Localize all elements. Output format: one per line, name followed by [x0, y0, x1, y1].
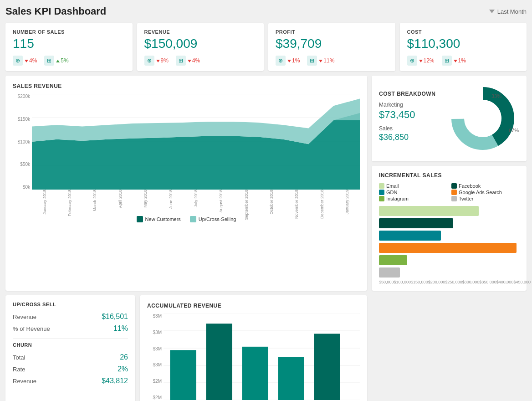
churn-title: CHURN	[13, 342, 128, 348]
sales-revenue-legend: New Customers Up/Cross-Selling	[13, 216, 360, 222]
x-label-jan18: January 2018	[42, 190, 47, 215]
incremental-legend: Email Facebook GDN Google Ads Search Ins…	[379, 183, 519, 201]
bar-chart-svg	[164, 314, 360, 400]
filter-label: Last Month	[497, 8, 527, 15]
accumulated-revenue-card: ACCUMULATED REVENUE $3M $3M $3M $3M $2M …	[140, 295, 367, 401]
bar-prev-revenue	[170, 350, 196, 400]
marketing-value: $73,450	[379, 109, 446, 121]
churn-rev-row: Revenue $43,812	[13, 375, 128, 387]
y-label-50k: $50k	[13, 162, 30, 167]
divider	[13, 338, 128, 339]
kpi-card-sales: NUMBER OF SALES 115 ⊕ 4% ⊞ 5%	[5, 23, 133, 71]
legend-email: Email	[379, 183, 447, 189]
churn-total-label: Total	[13, 354, 25, 361]
legend-label-upcross: Up/Cross-Selling	[199, 216, 236, 222]
x-label-nov18: November 2018	[294, 190, 299, 219]
legend-color-new	[137, 216, 143, 222]
target-icon-0: ⊕	[13, 56, 23, 66]
chevron-down-icon	[489, 10, 495, 13]
incremental-title: INCREMENTAL SALES	[379, 172, 519, 179]
kpi-label-2: PROFIT	[276, 29, 388, 35]
kpi-label-3: COST	[407, 29, 520, 35]
kpi-row: NUMBER OF SALES 115 ⊕ 4% ⊞ 5% REVENUE $1…	[5, 23, 527, 71]
kpi-label-1: REVENUE	[144, 29, 257, 35]
bar-current-revenue	[314, 334, 340, 400]
churn-total-row: Total 26	[13, 351, 128, 363]
cost-breakdown-card: COST BREAKDOWN Marketing $73,450 Sales $…	[372, 76, 527, 161]
main-row: SALES REVENUE $200k $150k $100k $50k $0k	[5, 76, 527, 291]
tri-down-icon	[319, 60, 322, 62]
y-label-200k: $200k	[13, 94, 30, 99]
x-label-may18: May 2018	[143, 190, 148, 208]
donut-label-33: 33%	[491, 93, 501, 99]
tri-down-icon	[25, 60, 28, 62]
pct-revenue-value: 11%	[113, 324, 128, 333]
x-label-jan19: January 2019	[345, 190, 349, 215]
bar-lost-revenue	[278, 357, 304, 400]
kpi-metric-prev-0: ⊞ 5%	[44, 56, 68, 66]
horizontal-bar-chart: $50,000 $100,000 $150,000 $200,000 $250,…	[379, 206, 519, 284]
calendar-icon-2: ⊞	[307, 56, 317, 66]
kpi-metric-target-1: ⊕ 9%	[144, 56, 169, 66]
donut-chart: 33% 67%	[446, 82, 519, 155]
y-label-150k: $150k	[13, 117, 30, 122]
kpi-card-cost: COST $110,300 ⊕ 12% ⊞ 1%	[400, 23, 527, 71]
kpi-value-3: $110,300	[407, 36, 520, 51]
calendar-icon-0: ⊞	[44, 56, 54, 66]
upcross-title: UP/CROSS SELL	[13, 302, 128, 307]
sales-revenue-card: SALES REVENUE $200k $150k $100k $50k $0k	[5, 76, 367, 291]
sales-cost-value: $36,850	[379, 133, 446, 142]
marketing-label: Marketing	[379, 102, 446, 108]
bar-instagram	[379, 255, 519, 265]
kpi-card-revenue: REVENUE $150,009 ⊕ 9% ⊞ 4%	[137, 23, 264, 71]
incremental-sales-card: INCREMENTAL SALES Email Facebook GDN Goo…	[372, 166, 527, 291]
target-icon-1: ⊕	[144, 56, 154, 66]
revenue-label: Revenue	[13, 314, 36, 320]
pct-revenue-row: % of Revenue 11%	[13, 323, 128, 334]
upcross-churn-card: UP/CROSS SELL Revenue $16,501 % of Reven…	[5, 295, 135, 401]
kpi-value-0: 115	[13, 36, 125, 51]
x-label-jul18: July 2018	[194, 190, 198, 207]
kpi-metric-target-0: ⊕ 4%	[13, 56, 37, 66]
kpi-metric-target-3: ⊕ 12%	[407, 56, 435, 66]
legend-facebook: Facebook	[451, 183, 519, 189]
kpi-metrics-3: ⊕ 12% ⊞ 1%	[407, 56, 520, 66]
bottom-row: UP/CROSS SELL Revenue $16,501 % of Reven…	[5, 295, 527, 401]
churn-total-value: 26	[120, 353, 128, 361]
filter-button[interactable]: Last Month	[489, 8, 527, 15]
sales-label: Sales	[379, 125, 446, 132]
tri-down-icon	[419, 60, 423, 62]
x-label-aug18: August 2018	[219, 190, 223, 213]
legend-upcross: Up/Cross-Selling	[190, 216, 236, 222]
bar-email	[379, 206, 519, 216]
legend-color-upcross	[190, 216, 196, 222]
kpi-value-2: $39,709	[276, 36, 388, 51]
churn-rev-value: $43,812	[102, 377, 128, 385]
pct-revenue-label: % of Revenue	[13, 325, 50, 332]
bar-facebook	[379, 218, 519, 228]
y-label-100k: $100k	[13, 139, 30, 144]
target-icon-2: ⊕	[276, 56, 286, 66]
y-label-0k: $0k	[13, 185, 30, 190]
x-label-sep18: September 2018	[244, 190, 249, 220]
kpi-metric-prev-2: ⊞ 11%	[307, 56, 334, 66]
legend-gdn: GDN	[379, 190, 447, 195]
tri-down-icon	[188, 60, 191, 62]
legend-twitter: Twitter	[451, 196, 519, 201]
page-title: Sales KPI Dashboard	[5, 5, 106, 17]
legend-new-customers: New Customers	[137, 216, 181, 222]
kpi-label-0: NUMBER OF SALES	[13, 29, 125, 35]
x-label-oct18: October 2018	[269, 190, 274, 215]
bottom-right-spacer	[372, 295, 527, 401]
revenue-value: $16,501	[102, 313, 128, 321]
kpi-metric-prev-1: ⊞ 4%	[176, 56, 200, 66]
x-label-mar18: March 2018	[92, 190, 97, 211]
x-label-dec18: December 2018	[320, 190, 324, 219]
churn-rate-row: Rate 2%	[13, 363, 128, 375]
bar-gdn	[379, 231, 519, 241]
kpi-card-profit: PROFIT $39,709 ⊕ 1% ⊞ 11%	[268, 23, 395, 71]
sales-revenue-svg	[32, 94, 360, 190]
h-axis: $50,000 $100,000 $150,000 $200,000 $250,…	[379, 280, 519, 284]
page-header: Sales KPI Dashboard Last Month	[5, 5, 527, 17]
svg-point-9	[465, 100, 501, 137]
